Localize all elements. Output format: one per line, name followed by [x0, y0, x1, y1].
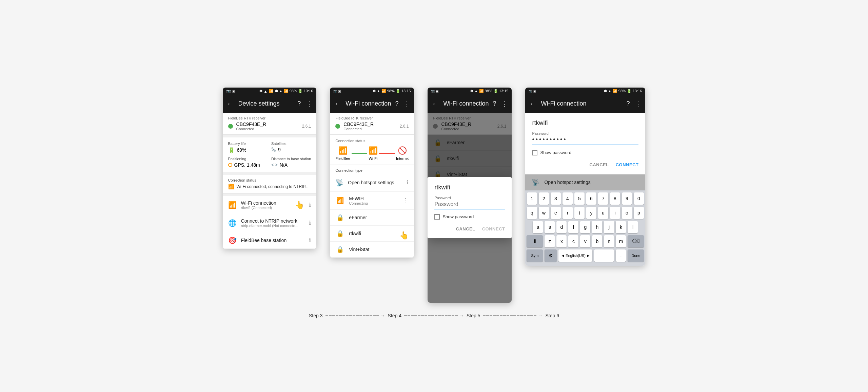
- wifi-item-efarmer[interactable]: 🔒 eFarmer: [330, 210, 414, 226]
- key-j[interactable]: j: [604, 221, 614, 233]
- base-info-icon[interactable]: ℹ: [309, 237, 311, 243]
- phone3-show-password-label: Show password: [442, 214, 474, 219]
- key-d[interactable]: d: [556, 221, 567, 233]
- wifi-item-vint[interactable]: 🔒 Vint+iStat: [330, 242, 414, 258]
- key-7[interactable]: 7: [598, 192, 608, 205]
- key-3[interactable]: 3: [551, 192, 561, 205]
- mwifi-title: M-WIFI: [349, 196, 398, 201]
- wifi-info-icon[interactable]: ℹ: [309, 202, 311, 208]
- key-t[interactable]: t: [574, 207, 585, 219]
- key-b[interactable]: b: [592, 235, 602, 247]
- phone2-body: FieldBee RTK receiver CBC9F43E_R Connect…: [330, 113, 414, 258]
- key-e[interactable]: e: [551, 207, 561, 219]
- list-item-wifi[interactable]: 📶 Wi-Fi connection rtkwifi (Connected) 👆…: [223, 196, 317, 214]
- wifi-item-rtkwifi[interactable]: 🔒 rtkwifi 👆: [330, 226, 414, 242]
- phone3-back-button[interactable]: ←: [432, 99, 439, 108]
- phone2-device-row: CBC9F43E_R Connected 2.6.1: [335, 122, 409, 131]
- conn-status-bar: 📶 FieldBee 📶 Wi-Fi 🚫 Internet: [335, 146, 409, 161]
- key-c[interactable]: c: [568, 235, 578, 247]
- key-v[interactable]: v: [580, 235, 590, 247]
- phone3-password-input[interactable]: [434, 201, 505, 209]
- key-k[interactable]: k: [616, 221, 626, 233]
- key-9[interactable]: 9: [622, 192, 632, 205]
- key-u[interactable]: u: [598, 207, 608, 219]
- list-item-ntrip[interactable]: 🌐 Connect to NTRIP network ntrip.efarmer…: [223, 214, 317, 232]
- hotspot-info-icon[interactable]: ℹ: [407, 179, 409, 186]
- hotspot-item[interactable]: 📡 Open hotspot settings ℹ: [330, 174, 414, 192]
- mwifi-more-icon[interactable]: ⋮: [402, 197, 409, 204]
- phone1-device-name-group: CBC9F43E_R Connected: [236, 122, 267, 131]
- satellites-value: 9: [278, 147, 281, 152]
- key-q[interactable]: q: [527, 207, 537, 219]
- period-key[interactable]: .: [616, 249, 626, 262]
- key-8[interactable]: 8: [610, 192, 620, 205]
- list-item-base[interactable]: 🎯 FieldBee base station ℹ: [223, 232, 317, 249]
- key-a[interactable]: a: [533, 221, 543, 233]
- cam4-icon: 📷 ▣: [529, 90, 536, 93]
- phone4-back-button[interactable]: ←: [529, 99, 537, 108]
- key-w[interactable]: w: [539, 207, 549, 219]
- space-key[interactable]: [594, 249, 614, 262]
- key-m[interactable]: m: [616, 235, 626, 247]
- phone4-cancel-btn[interactable]: CANCEL: [590, 162, 609, 167]
- internet-label: Internet: [396, 156, 409, 161]
- phone3-help-icon[interactable]: ?: [493, 100, 496, 107]
- key-s[interactable]: s: [545, 221, 555, 233]
- phone4-help-icon[interactable]: ?: [626, 100, 630, 107]
- conn-line-red: [379, 153, 395, 154]
- key-z[interactable]: z: [545, 235, 555, 247]
- phone2-help-icon[interactable]: ?: [395, 100, 398, 107]
- conn-line-green: [352, 153, 367, 154]
- key-0[interactable]: 0: [634, 192, 644, 205]
- key-l[interactable]: l: [628, 221, 638, 233]
- key-g[interactable]: g: [580, 221, 590, 233]
- phone1-correction: Correction status 📶 Wi-Fi connected, con…: [223, 175, 317, 193]
- mwifi-text: M-WIFI Connecting: [349, 196, 398, 205]
- key-h[interactable]: h: [592, 221, 602, 233]
- phone3-status-right: ✱ ▲ 📶 98% 🔋 13:15: [470, 89, 509, 93]
- ntrip-info-icon[interactable]: ℹ: [309, 220, 311, 226]
- key-6[interactable]: 6: [586, 192, 596, 205]
- key-2[interactable]: 2: [539, 192, 549, 205]
- key-y[interactable]: y: [586, 207, 596, 219]
- phone3-show-password-checkbox[interactable]: [434, 214, 440, 220]
- step5-label: Step 5: [467, 313, 480, 318]
- wifi-item-mwifi[interactable]: 📶 M-WIFI Connecting ⋮: [330, 192, 414, 210]
- keyboard-row-zxcv: ⬆ z x c v b n m ⌫: [527, 235, 644, 247]
- phone3-connect-btn[interactable]: CONNECT: [482, 226, 505, 231]
- satellites-label: Satellites: [271, 142, 311, 146]
- phone2-device-name: CBC9F43E_R: [343, 122, 374, 127]
- settings-key[interactable]: ⚙: [545, 249, 557, 262]
- help-icon[interactable]: ?: [297, 100, 301, 107]
- key-f[interactable]: f: [568, 221, 578, 233]
- phone2-back-button[interactable]: ←: [334, 99, 341, 108]
- distance-label: Distance to base station: [271, 157, 311, 161]
- phone3-show-password-row: Show password: [434, 214, 505, 220]
- shift-key[interactable]: ⬆: [527, 235, 543, 247]
- phone3-more-icon[interactable]: ⋮: [501, 100, 508, 108]
- key-i[interactable]: i: [610, 207, 620, 219]
- backspace-key[interactable]: ⌫: [628, 235, 644, 247]
- phone1-app-bar: ← Device settings ? ⋮: [223, 95, 317, 113]
- phone3-cancel-btn[interactable]: CANCEL: [456, 226, 475, 231]
- more-icon[interactable]: ⋮: [306, 100, 312, 108]
- language-key[interactable]: ◄ English(US) ►: [558, 249, 592, 262]
- key-1[interactable]: 1: [527, 192, 537, 205]
- wifi-node: 📶 Wi-Fi: [369, 146, 378, 161]
- phone1-list: 📶 Wi-Fi connection rtkwifi (Connected) 👆…: [223, 196, 317, 249]
- key-r[interactable]: r: [563, 207, 573, 219]
- phone4-more-icon[interactable]: ⋮: [635, 100, 641, 108]
- back-button[interactable]: ←: [227, 99, 234, 108]
- key-p[interactable]: p: [634, 207, 644, 219]
- phone4-connect-btn[interactable]: CONNECT: [616, 162, 639, 167]
- key-5[interactable]: 5: [574, 192, 585, 205]
- phone2-more-icon[interactable]: ⋮: [404, 100, 410, 108]
- key-o[interactable]: o: [622, 207, 632, 219]
- done-key[interactable]: Done: [628, 249, 644, 262]
- phone4-dialog-section: rtkwifi Password •••••••••• Show passwor…: [525, 113, 645, 174]
- key-x[interactable]: x: [556, 235, 567, 247]
- key-n[interactable]: n: [604, 235, 614, 247]
- key-4[interactable]: 4: [563, 192, 573, 205]
- phone4-show-password-checkbox[interactable]: [532, 150, 537, 155]
- sym-key[interactable]: Sym: [527, 249, 543, 262]
